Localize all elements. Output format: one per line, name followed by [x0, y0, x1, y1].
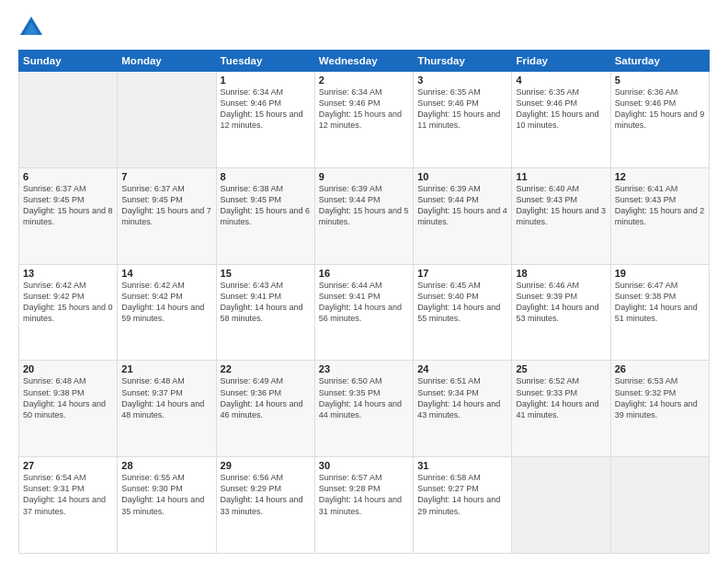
day-number: 5 [615, 75, 705, 86]
weekday-cell: Monday [118, 51, 216, 72]
day-info: Sunrise: 6:37 AM Sunset: 9:45 PM Dayligh… [23, 183, 113, 228]
logo-icon [18, 15, 44, 40]
calendar-cell: 30Sunrise: 6:57 AM Sunset: 9:28 PM Dayli… [314, 457, 413, 554]
calendar-cell: 4Sunrise: 6:35 AM Sunset: 9:46 PM Daylig… [512, 72, 610, 168]
day-info: Sunrise: 6:47 AM Sunset: 9:38 PM Dayligh… [615, 280, 705, 325]
calendar-cell: 8Sunrise: 6:38 AM Sunset: 9:45 PM Daylig… [216, 167, 314, 264]
weekday-header-row: SundayMondayTuesdayWednesdayThursdayFrid… [19, 51, 710, 72]
weekday-cell: Thursday [414, 51, 512, 72]
day-number: 12 [615, 171, 705, 182]
calendar-cell: 20Sunrise: 6:48 AM Sunset: 9:38 PM Dayli… [19, 361, 118, 457]
day-info: Sunrise: 6:39 AM Sunset: 9:44 PM Dayligh… [319, 183, 409, 228]
calendar-cell: 6Sunrise: 6:37 AM Sunset: 9:45 PM Daylig… [19, 167, 118, 264]
calendar-cell: 31Sunrise: 6:58 AM Sunset: 9:27 PM Dayli… [414, 457, 512, 554]
day-number: 11 [516, 171, 606, 182]
calendar-cell: 10Sunrise: 6:39 AM Sunset: 9:44 PM Dayli… [414, 167, 512, 264]
day-number: 14 [121, 268, 211, 279]
calendar-cell: 2Sunrise: 6:34 AM Sunset: 9:46 PM Daylig… [314, 72, 413, 168]
day-number: 8 [221, 171, 311, 182]
day-info: Sunrise: 6:37 AM Sunset: 9:45 PM Dayligh… [121, 183, 211, 228]
calendar-cell: 13Sunrise: 6:42 AM Sunset: 9:42 PM Dayli… [19, 264, 118, 361]
day-info: Sunrise: 6:42 AM Sunset: 9:42 PM Dayligh… [121, 280, 211, 325]
day-number: 28 [121, 460, 211, 471]
calendar-cell: 22Sunrise: 6:49 AM Sunset: 9:36 PM Dayli… [216, 361, 314, 457]
day-number: 19 [615, 268, 705, 279]
weekday-cell: Friday [512, 51, 610, 72]
calendar-cell [118, 72, 216, 168]
day-number: 29 [221, 460, 311, 471]
day-info: Sunrise: 6:36 AM Sunset: 9:46 PM Dayligh… [615, 86, 705, 132]
day-info: Sunrise: 6:49 AM Sunset: 9:36 PM Dayligh… [221, 375, 311, 420]
calendar-cell: 12Sunrise: 6:41 AM Sunset: 9:43 PM Dayli… [610, 167, 709, 264]
day-info: Sunrise: 6:57 AM Sunset: 9:28 PM Dayligh… [319, 472, 409, 517]
day-number: 23 [319, 363, 409, 374]
day-info: Sunrise: 6:42 AM Sunset: 9:42 PM Dayligh… [23, 280, 113, 325]
day-info: Sunrise: 6:45 AM Sunset: 9:40 PM Dayligh… [417, 280, 507, 325]
day-info: Sunrise: 6:50 AM Sunset: 9:35 PM Dayligh… [319, 375, 409, 420]
day-number: 1 [221, 75, 311, 86]
calendar-cell: 28Sunrise: 6:55 AM Sunset: 9:30 PM Dayli… [118, 457, 216, 554]
page: SundayMondayTuesdayWednesdayThursdayFrid… [0, 0, 728, 563]
calendar-cell: 18Sunrise: 6:46 AM Sunset: 9:39 PM Dayli… [512, 264, 610, 361]
weekday-cell: Saturday [610, 51, 709, 72]
day-info: Sunrise: 6:55 AM Sunset: 9:30 PM Dayligh… [121, 472, 211, 517]
day-number: 30 [319, 460, 409, 471]
calendar-cell: 9Sunrise: 6:39 AM Sunset: 9:44 PM Daylig… [314, 167, 413, 264]
calendar-cell: 11Sunrise: 6:40 AM Sunset: 9:43 PM Dayli… [512, 167, 610, 264]
calendar-cell: 25Sunrise: 6:52 AM Sunset: 9:33 PM Dayli… [512, 361, 610, 457]
day-number: 18 [516, 268, 606, 279]
weekday-cell: Wednesday [314, 51, 413, 72]
day-number: 25 [516, 363, 606, 374]
day-number: 4 [516, 75, 606, 86]
day-number: 16 [319, 268, 409, 279]
day-info: Sunrise: 6:35 AM Sunset: 9:46 PM Dayligh… [516, 86, 606, 132]
day-info: Sunrise: 6:56 AM Sunset: 9:29 PM Dayligh… [221, 472, 311, 517]
day-info: Sunrise: 6:51 AM Sunset: 9:34 PM Dayligh… [417, 375, 507, 420]
calendar-cell: 3Sunrise: 6:35 AM Sunset: 9:46 PM Daylig… [414, 72, 512, 168]
logo [18, 15, 48, 40]
calendar-cell: 19Sunrise: 6:47 AM Sunset: 9:38 PM Dayli… [610, 264, 709, 361]
day-info: Sunrise: 6:48 AM Sunset: 9:37 PM Dayligh… [121, 375, 211, 420]
day-info: Sunrise: 6:54 AM Sunset: 9:31 PM Dayligh… [23, 472, 113, 517]
day-info: Sunrise: 6:43 AM Sunset: 9:41 PM Dayligh… [221, 280, 311, 325]
day-number: 7 [121, 171, 211, 182]
calendar-cell: 5Sunrise: 6:36 AM Sunset: 9:46 PM Daylig… [610, 72, 709, 168]
day-info: Sunrise: 6:44 AM Sunset: 9:41 PM Dayligh… [319, 280, 409, 325]
calendar-row: 20Sunrise: 6:48 AM Sunset: 9:38 PM Dayli… [19, 361, 710, 457]
header [18, 15, 710, 40]
calendar-row: 6Sunrise: 6:37 AM Sunset: 9:45 PM Daylig… [19, 167, 710, 264]
day-number: 24 [417, 363, 507, 374]
calendar-cell: 27Sunrise: 6:54 AM Sunset: 9:31 PM Dayli… [19, 457, 118, 554]
day-number: 26 [615, 363, 705, 374]
day-info: Sunrise: 6:52 AM Sunset: 9:33 PM Dayligh… [516, 375, 606, 420]
calendar-cell: 16Sunrise: 6:44 AM Sunset: 9:41 PM Dayli… [314, 264, 413, 361]
day-info: Sunrise: 6:35 AM Sunset: 9:46 PM Dayligh… [417, 86, 507, 132]
day-number: 3 [417, 75, 507, 86]
calendar-row: 27Sunrise: 6:54 AM Sunset: 9:31 PM Dayli… [19, 457, 710, 554]
day-number: 10 [417, 171, 507, 182]
calendar-row: 13Sunrise: 6:42 AM Sunset: 9:42 PM Dayli… [19, 264, 710, 361]
calendar-cell: 14Sunrise: 6:42 AM Sunset: 9:42 PM Dayli… [118, 264, 216, 361]
day-info: Sunrise: 6:46 AM Sunset: 9:39 PM Dayligh… [516, 280, 606, 325]
calendar-cell: 17Sunrise: 6:45 AM Sunset: 9:40 PM Dayli… [414, 264, 512, 361]
calendar-cell: 15Sunrise: 6:43 AM Sunset: 9:41 PM Dayli… [216, 264, 314, 361]
calendar-cell: 21Sunrise: 6:48 AM Sunset: 9:37 PM Dayli… [118, 361, 216, 457]
day-number: 9 [319, 171, 409, 182]
calendar-cell: 1Sunrise: 6:34 AM Sunset: 9:46 PM Daylig… [216, 72, 314, 168]
calendar-cell: 24Sunrise: 6:51 AM Sunset: 9:34 PM Dayli… [414, 361, 512, 457]
calendar-cell: 29Sunrise: 6:56 AM Sunset: 9:29 PM Dayli… [216, 457, 314, 554]
day-info: Sunrise: 6:39 AM Sunset: 9:44 PM Dayligh… [417, 183, 507, 228]
weekday-cell: Sunday [19, 51, 118, 72]
calendar-row: 1Sunrise: 6:34 AM Sunset: 9:46 PM Daylig… [19, 72, 710, 168]
day-number: 2 [319, 75, 409, 86]
calendar-table: SundayMondayTuesdayWednesdayThursdayFrid… [18, 50, 710, 554]
calendar-cell: 23Sunrise: 6:50 AM Sunset: 9:35 PM Dayli… [314, 361, 413, 457]
calendar-cell: 7Sunrise: 6:37 AM Sunset: 9:45 PM Daylig… [118, 167, 216, 264]
day-info: Sunrise: 6:58 AM Sunset: 9:27 PM Dayligh… [417, 472, 507, 517]
day-number: 17 [417, 268, 507, 279]
day-info: Sunrise: 6:34 AM Sunset: 9:46 PM Dayligh… [221, 86, 311, 132]
calendar-cell [19, 72, 118, 168]
calendar-cell: 26Sunrise: 6:53 AM Sunset: 9:32 PM Dayli… [610, 361, 709, 457]
day-info: Sunrise: 6:53 AM Sunset: 9:32 PM Dayligh… [615, 375, 705, 420]
day-number: 27 [23, 460, 113, 471]
